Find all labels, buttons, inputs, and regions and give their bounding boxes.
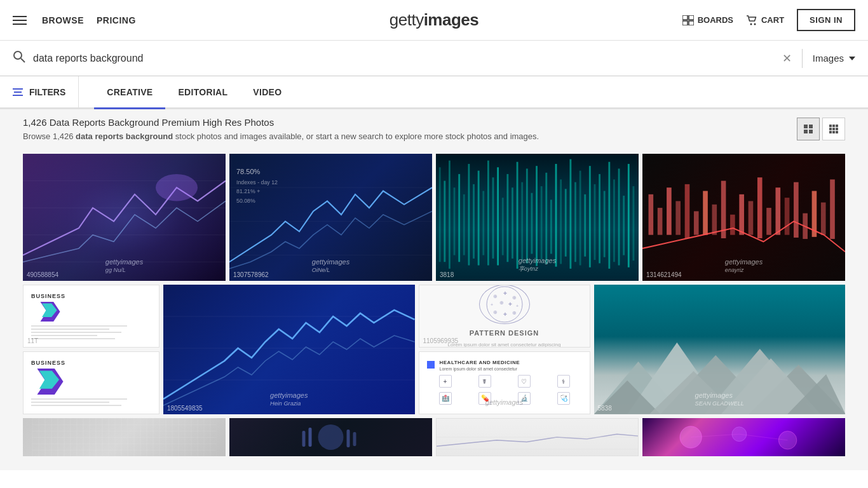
tab-creative[interactable]: CREATIVE bbox=[94, 76, 165, 107]
svg-rect-45 bbox=[560, 179, 562, 264]
svg-rect-32 bbox=[497, 167, 499, 265]
image-card[interactable] bbox=[436, 418, 639, 456]
svg-rect-21 bbox=[444, 181, 445, 262]
image-card[interactable]: ⊕ ✚ ⊕ + ⊕ ✚ + ⊕ ✚ ⊕ bbox=[419, 285, 590, 348]
svg-rect-109 bbox=[32, 418, 217, 456]
image-card[interactable]: gettyimages享oytnz 3818 bbox=[436, 154, 639, 281]
pattern-circle-svg: ⊕ ✚ ⊕ + ⊕ ✚ + ⊕ ✚ ⊕ bbox=[485, 285, 524, 323]
pink-tech-svg bbox=[642, 418, 845, 456]
svg-rect-37 bbox=[521, 182, 523, 260]
image-card[interactable]: gettyimagesHein Grazia 1805549835 bbox=[163, 285, 415, 414]
svg-point-4 bbox=[750, 23, 752, 25]
svg-rect-27 bbox=[473, 184, 475, 259]
image-card[interactable] bbox=[642, 418, 845, 456]
svg-rect-52 bbox=[594, 184, 596, 260]
image-card[interactable]: gettyimagesenayriz 1314621494 bbox=[642, 154, 845, 281]
watermark-text: gettyimages享oytnz bbox=[519, 257, 556, 273]
svg-text:Indexes - day 12: Indexes - day 12 bbox=[236, 179, 278, 186]
svg-text:50.08%: 50.08% bbox=[236, 198, 255, 204]
svg-rect-64 bbox=[675, 201, 681, 234]
logo[interactable]: gettyimages bbox=[390, 10, 478, 30]
svg-rect-41 bbox=[541, 186, 543, 259]
image-number: 3818 bbox=[440, 271, 454, 278]
watermark-text: gettyimagesOiNe/L bbox=[312, 258, 349, 273]
svg-rect-28 bbox=[478, 171, 480, 266]
grid-3-icon bbox=[829, 125, 838, 133]
image-card[interactable]: gettyimagesgg Nu/L 490588854 bbox=[23, 154, 226, 281]
image-card[interactable]: HEALTHCARE AND MEDICINE Lorem ipsum dolo… bbox=[419, 351, 590, 414]
svg-rect-43 bbox=[550, 200, 552, 254]
svg-rect-30 bbox=[487, 161, 489, 266]
svg-rect-25 bbox=[463, 194, 465, 255]
svg-rect-55 bbox=[608, 162, 610, 269]
svg-rect-77 bbox=[794, 182, 799, 238]
svg-point-5 bbox=[754, 23, 756, 25]
logo-part1: getty bbox=[390, 10, 424, 29]
svg-text:⊕: ⊕ bbox=[499, 300, 504, 306]
results-info: 1,426 Data Reports Background Premium Hi… bbox=[23, 117, 539, 141]
svg-rect-80 bbox=[821, 203, 826, 235]
svg-point-113 bbox=[318, 424, 344, 450]
filters-button[interactable]: FILTERS bbox=[13, 76, 79, 107]
images-row-1: gettyimagesgg Nu/L 490588854 78.50% Inde… bbox=[23, 154, 845, 281]
svg-rect-51 bbox=[589, 166, 591, 268]
svg-rect-116 bbox=[347, 430, 350, 447]
svg-rect-59 bbox=[628, 164, 630, 268]
header: BROWSE PRICING gettyimages BOARDS CART S… bbox=[0, 0, 868, 41]
svg-text:✚: ✚ bbox=[503, 291, 507, 295]
svg-rect-20 bbox=[439, 167, 441, 262]
svg-rect-66 bbox=[694, 211, 699, 234]
svg-rect-65 bbox=[685, 184, 690, 238]
header-nav: BROWSE PRICING bbox=[42, 15, 136, 25]
tab-video[interactable]: VIDEO bbox=[240, 76, 294, 107]
svg-rect-62 bbox=[658, 208, 663, 235]
svg-rect-31 bbox=[492, 177, 494, 259]
right-column: ⊕ ✚ ⊕ + ⊕ ✚ + ⊕ ✚ ⊕ bbox=[419, 285, 590, 414]
clear-search-icon[interactable]: ✕ bbox=[782, 51, 792, 65]
svg-text:✚: ✚ bbox=[503, 312, 507, 316]
tab-editorial[interactable]: EDITORIAL bbox=[165, 76, 240, 107]
boards-link[interactable]: BOARDS bbox=[682, 15, 733, 25]
svg-rect-26 bbox=[468, 164, 470, 266]
search-icon bbox=[13, 50, 25, 66]
svg-rect-1 bbox=[689, 15, 694, 20]
image-number: 490588854 bbox=[27, 271, 58, 278]
svg-rect-2 bbox=[682, 21, 688, 25]
svg-rect-42 bbox=[545, 173, 547, 264]
header-left: BROWSE PRICING bbox=[13, 15, 136, 25]
image-number: 5838 bbox=[598, 405, 612, 412]
left-column: BUSINESS 11T bbox=[23, 285, 159, 414]
svg-rect-48 bbox=[574, 182, 576, 262]
browse-link[interactable]: BROWSE bbox=[42, 15, 84, 25]
svg-text:⊕: ⊕ bbox=[512, 310, 517, 316]
list-view-button[interactable] bbox=[822, 118, 845, 140]
image-card[interactable] bbox=[229, 418, 432, 456]
light-chart-svg bbox=[437, 419, 638, 456]
svg-rect-117 bbox=[353, 432, 356, 446]
gray-pattern-svg bbox=[23, 418, 226, 456]
hamburger-menu-icon[interactable] bbox=[13, 16, 27, 25]
image-card[interactable]: gettyimagesSEAN GLADWELL 5838 bbox=[594, 285, 846, 414]
sign-in-button[interactable]: SIGN IN bbox=[797, 9, 855, 31]
svg-rect-38 bbox=[526, 168, 528, 263]
chevron-down-icon bbox=[849, 57, 855, 60]
svg-rect-75 bbox=[775, 187, 780, 234]
cart-link[interactable]: CART bbox=[746, 15, 784, 25]
boards-icon bbox=[682, 15, 694, 25]
image-type-label: Images bbox=[813, 53, 844, 64]
image-card[interactable] bbox=[23, 418, 226, 456]
image-number: 1805549835 bbox=[167, 405, 203, 412]
image-card[interactable]: BUSINESS 11T bbox=[23, 285, 159, 348]
image-type-selector[interactable]: Images bbox=[813, 53, 855, 64]
svg-rect-68 bbox=[712, 205, 717, 235]
svg-rect-114 bbox=[302, 431, 306, 447]
svg-rect-81 bbox=[830, 179, 835, 239]
svg-rect-53 bbox=[599, 174, 600, 263]
grid-view-button[interactable] bbox=[797, 118, 820, 140]
image-card[interactable]: BUSINESS bbox=[23, 351, 159, 414]
image-card[interactable]: 78.50% Indexes - day 12 81.21% + 50.08% … bbox=[229, 154, 432, 281]
watermark-text: gettyimagesHein Grazia bbox=[270, 391, 308, 407]
images-row-2: BUSINESS 11T bbox=[23, 285, 845, 414]
pricing-link[interactable]: PRICING bbox=[97, 15, 136, 25]
search-input[interactable] bbox=[33, 53, 782, 64]
